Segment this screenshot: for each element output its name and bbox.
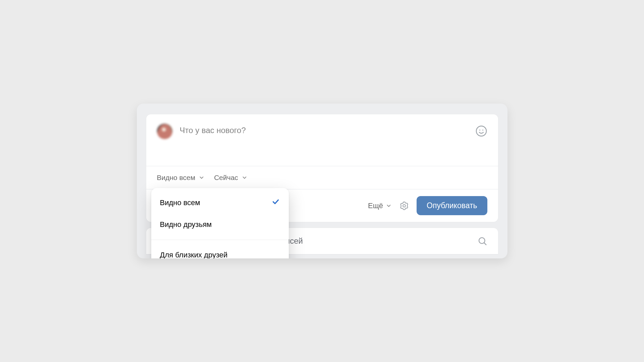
chevron-down-icon bbox=[199, 175, 205, 181]
visibility-label: Видно всем bbox=[157, 174, 196, 182]
visibility-option-label: Для близких друзей bbox=[160, 251, 228, 258]
post-composer-card: Видно всем Сейчас Ещё Опубликовать bbox=[146, 114, 498, 222]
time-selector[interactable]: Сейчас bbox=[214, 174, 248, 182]
gear-icon[interactable] bbox=[399, 201, 409, 211]
svg-point-1 bbox=[479, 130, 480, 131]
svg-line-5 bbox=[484, 243, 486, 245]
smile-icon[interactable] bbox=[475, 124, 487, 137]
time-label: Сейчас bbox=[214, 174, 238, 182]
avatar[interactable] bbox=[157, 124, 172, 139]
attachments-more[interactable]: Ещё bbox=[368, 201, 392, 210]
svg-point-3 bbox=[403, 204, 406, 207]
visibility-option-label: Видно всем bbox=[160, 198, 200, 207]
visibility-selector[interactable]: Видно всем bbox=[157, 174, 205, 182]
svg-point-2 bbox=[482, 130, 483, 131]
publish-button[interactable]: Опубликовать bbox=[417, 196, 487, 215]
visibility-option-friends[interactable]: Видно друзьям bbox=[151, 214, 289, 235]
search-icon[interactable] bbox=[477, 236, 487, 246]
visibility-option-label: Видно друзьям bbox=[160, 220, 212, 229]
visibility-dropdown: Видно всем Видно друзьям Для близких дру… bbox=[151, 188, 289, 258]
check-icon bbox=[271, 197, 280, 208]
divider bbox=[151, 240, 289, 240]
svg-point-0 bbox=[476, 126, 486, 136]
app-window: Видно всем Сейчас Ещё Опубликовать bbox=[137, 104, 507, 258]
chevron-down-icon bbox=[386, 203, 392, 209]
visibility-option-everyone[interactable]: Видно всем bbox=[151, 191, 289, 214]
chevron-down-icon bbox=[241, 175, 248, 181]
visibility-option-close-friends[interactable]: Для близких друзей bbox=[151, 245, 289, 258]
composer-input[interactable] bbox=[180, 124, 475, 135]
attachments-more-label: Ещё bbox=[368, 201, 383, 210]
